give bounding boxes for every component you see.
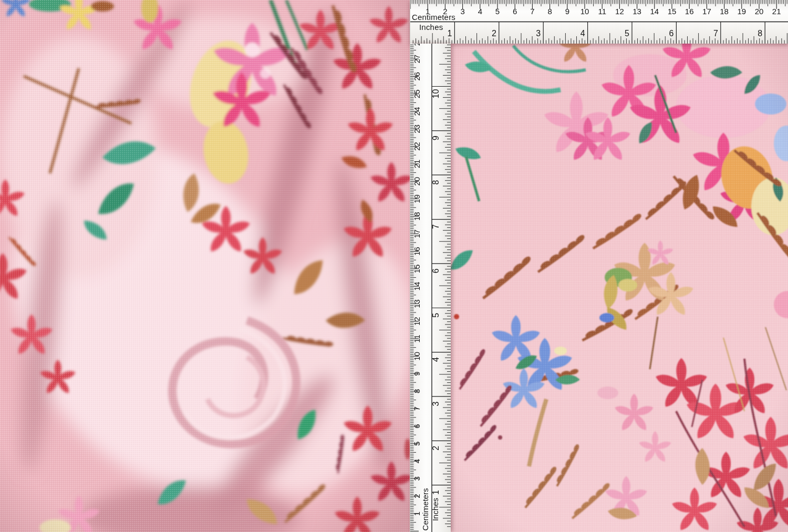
h-cm-number: 15: [668, 7, 677, 16]
v-inch-number: 9: [431, 135, 440, 140]
v-cm-number: 20: [412, 177, 421, 186]
h-cm-number: 9: [565, 7, 569, 16]
h-inch-number: 7: [713, 29, 718, 38]
v-cm-number: 10: [412, 352, 421, 361]
h-cm-number: 13: [633, 7, 641, 16]
h-cm-number: 18: [720, 7, 729, 16]
h-inch-number: 6: [669, 29, 673, 38]
vertical-ruler: 1234567891011121314151617181920212223242…: [410, 44, 451, 532]
vertical-ruler-scale: 1234567891011121314151617181920212223242…: [410, 44, 451, 532]
h-cm-number: 5: [495, 7, 500, 16]
v-cm-number: 19: [412, 194, 421, 203]
v-cm-number: 22: [412, 142, 421, 151]
h-cm-number: 11: [598, 7, 606, 16]
h-cm-number: 3: [460, 7, 464, 16]
h-cm-number: 6: [513, 7, 517, 16]
h-cm-number: 20: [755, 7, 764, 16]
v-ruler-inches-label: Inches: [431, 498, 439, 521]
h-cm-number: 8: [547, 7, 552, 16]
photo-vignette: [0, 0, 410, 532]
draped-fabric-art: [0, 0, 410, 532]
v-cm-number: 6: [412, 424, 421, 428]
swatch-floral-art: [450, 44, 788, 532]
h-inch-number: 2: [492, 29, 496, 38]
v-cm-number: 3: [412, 476, 421, 481]
v-inch-number: 2: [431, 446, 440, 451]
v-cm-number: 24: [412, 107, 421, 116]
h-cm-number: 7: [530, 7, 534, 16]
v-cm-number: 13: [412, 299, 421, 308]
h-cm-number: 4: [478, 7, 482, 16]
h-ruler-centimeters-label: Centimeters: [412, 13, 455, 21]
h-ruler-inches-label: Inches: [419, 23, 443, 31]
v-cm-number: 12: [412, 317, 421, 326]
v-cm-number: 17: [412, 230, 421, 238]
h-inch-number: 3: [536, 29, 541, 38]
v-cm-number: 16: [412, 247, 421, 256]
v-cm-number: 26: [412, 72, 421, 81]
v-cm-number: 7: [412, 406, 421, 411]
v-cm-number: 11: [412, 335, 421, 343]
v-inch-number: 1: [431, 490, 440, 495]
horizontal-ruler: 1234567891011121314151617181920211234567…: [410, 0, 788, 44]
h-cm-number: 10: [580, 7, 589, 16]
v-cm-number: 1: [412, 512, 421, 516]
v-cm-number: 5: [412, 442, 421, 446]
v-cm-number: 18: [412, 212, 421, 221]
v-inch-number: 6: [431, 268, 440, 273]
flat-fabric-swatch: [450, 44, 788, 532]
v-inch-number: 10: [431, 89, 440, 99]
h-cm-number: 16: [685, 7, 694, 16]
swatch-vignette: [450, 44, 788, 532]
v-cm-number: 28: [412, 44, 421, 46]
v-cm-number: 14: [412, 282, 421, 291]
v-inch-number: 3: [431, 401, 440, 406]
v-ruler-centimeters-label: Centimeters: [421, 488, 429, 531]
draped-fabric-photo: [0, 0, 410, 532]
h-cm-number: 19: [737, 7, 746, 16]
h-inch-number: 8: [758, 29, 762, 38]
h-inch-number: 4: [580, 29, 585, 38]
fabric-measurement-photo: 1234567891011121314151617181920211234567…: [0, 0, 788, 532]
h-cm-number: 17: [702, 7, 711, 16]
h-inch-number: 1: [447, 29, 452, 38]
v-cm-number: 8: [412, 389, 421, 393]
v-cm-number: 25: [412, 89, 421, 98]
v-cm-number: 21: [412, 160, 421, 169]
horizontal-ruler-scale: 1234567891011121314151617181920211234567…: [410, 0, 788, 44]
v-cm-number: 2: [412, 494, 421, 498]
v-cm-number: 23: [412, 124, 421, 133]
v-inch-number: 8: [431, 180, 440, 185]
v-inch-number: 5: [431, 313, 440, 318]
v-cm-number: 9: [412, 371, 421, 375]
v-cm-number: 27: [412, 55, 421, 64]
v-cm-number: 15: [412, 264, 421, 273]
v-cm-number: 4: [412, 459, 421, 463]
h-cm-number: 21: [772, 7, 781, 16]
h-cm-number: 14: [650, 7, 659, 16]
h-inch-number: 5: [625, 29, 629, 38]
v-inch-number: 4: [431, 357, 440, 362]
h-cm-number: 12: [615, 7, 624, 16]
v-inch-number: 7: [431, 224, 440, 229]
